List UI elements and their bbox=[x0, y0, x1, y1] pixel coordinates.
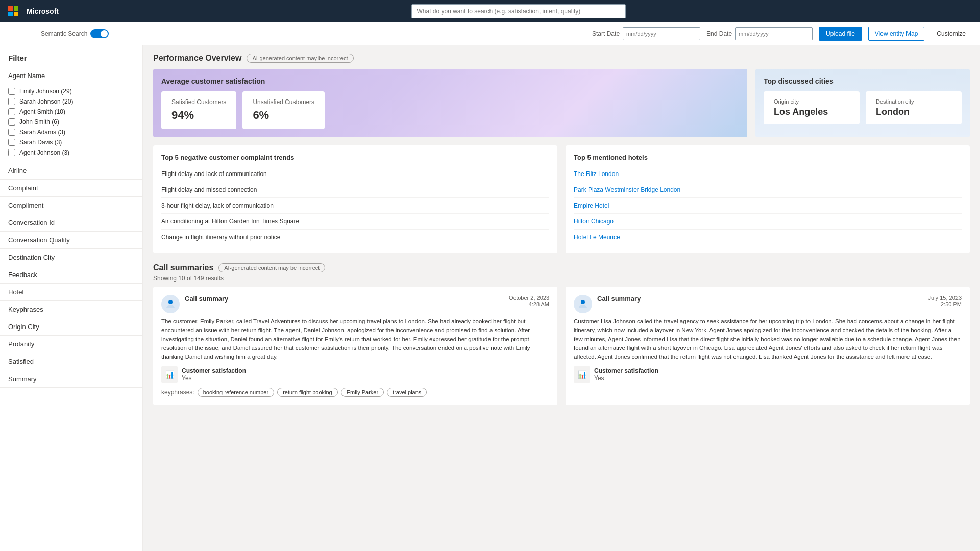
filter-section-header[interactable]: Complaint bbox=[0, 180, 142, 196]
summary-date: October 2, 20234:28 AM bbox=[509, 295, 549, 307]
filter-label: Summary bbox=[8, 375, 37, 383]
cities-card: Top discussed cities Origin city Los Ang… bbox=[755, 69, 970, 137]
complaint-item: Flight delay and missed connection bbox=[161, 182, 549, 198]
agent-name: Agent Smith (10) bbox=[19, 108, 65, 115]
agent-item: Sarah Johnson (20) bbox=[8, 96, 134, 107]
agent-name: Emily Johnson (29) bbox=[19, 88, 72, 95]
csat-value: Yes bbox=[182, 374, 246, 382]
filter-section-header[interactable]: Satisfied bbox=[0, 353, 142, 370]
satisfaction-boxes: Satisfied Customers 94% Unsatisfied Cust… bbox=[161, 91, 739, 129]
end-date-input[interactable] bbox=[735, 27, 813, 40]
end-date-label: End Date bbox=[706, 30, 732, 37]
sidebar: Filter Agent Name Emily Johnson (29)Sara… bbox=[0, 45, 143, 551]
customize-button[interactable]: Customize bbox=[930, 27, 972, 41]
summary-body: The customer, Emily Parker, called Trave… bbox=[161, 317, 549, 361]
unsatisfied-label: Unsatisfied Customers bbox=[253, 98, 314, 106]
filter-section-origin-city: Origin City bbox=[0, 318, 142, 336]
keyphrase-tag[interactable]: booking reference number bbox=[198, 388, 274, 397]
filter-section-header[interactable]: Compliment bbox=[0, 197, 142, 214]
agent-checkbox[interactable] bbox=[8, 108, 15, 115]
brand-name: Microsoft bbox=[27, 7, 59, 15]
csat-label: Customer satisfaction bbox=[594, 367, 658, 374]
satisfied-value: 94% bbox=[172, 109, 226, 122]
agent-name: Sarah Adams (3) bbox=[19, 129, 65, 136]
hotel-link[interactable]: The Ritz London bbox=[574, 170, 619, 178]
filter-label: Compliment bbox=[8, 202, 43, 209]
hotel-link[interactable]: Hotel Le Meurice bbox=[574, 234, 620, 241]
summaries-title: Call summaries bbox=[153, 263, 213, 272]
csat-info: Customer satisfaction Yes bbox=[594, 367, 658, 382]
filter-label: Conversation Id bbox=[8, 219, 55, 227]
summary-title: Call summary bbox=[185, 295, 504, 303]
agent-item: Sarah Adams (3) bbox=[8, 127, 134, 137]
filter-section-header[interactable]: Origin City bbox=[0, 318, 142, 335]
csat-label: Customer satisfaction bbox=[182, 367, 246, 374]
agent-checkbox[interactable] bbox=[8, 88, 15, 95]
bottom-row: Top 5 negative customer complaint trends… bbox=[153, 145, 970, 253]
filter-label: Origin City bbox=[8, 323, 39, 331]
filter-section-header[interactable]: Conversation Id bbox=[0, 214, 142, 231]
destination-city-box: Destination city London bbox=[866, 91, 962, 124]
filter-label: Satisfied bbox=[8, 358, 34, 365]
controls-bar: Semantic Search Start Date End Date Uplo… bbox=[0, 22, 980, 45]
filter-section-hotel: Hotel bbox=[0, 284, 142, 301]
summary-top: Call summary October 2, 20234:28 AM bbox=[161, 295, 549, 313]
semantic-toggle-switch[interactable] bbox=[90, 29, 109, 38]
destination-city-label: Destination city bbox=[876, 98, 951, 105]
hotel-link[interactable]: Park Plaza Westminster Bridge London bbox=[574, 186, 680, 193]
filter-section-header[interactable]: Conversation Quality bbox=[0, 232, 142, 248]
agent-item: Agent Johnson (3) bbox=[8, 147, 134, 158]
origin-city-label: Origin city bbox=[774, 98, 849, 105]
keyphrase-tag[interactable]: return flight booking bbox=[277, 388, 338, 397]
agent-checkbox[interactable] bbox=[8, 98, 15, 105]
agent-list: Emily Johnson (29)Sarah Johnson (20)Agen… bbox=[0, 84, 142, 162]
csat-icon: 📊 bbox=[161, 366, 178, 383]
keyphrase-tag[interactable]: Emily Parker bbox=[341, 388, 384, 397]
complaint-item: Air conditioning at Hilton Garden Inn Ti… bbox=[161, 214, 549, 230]
filter-section-summary: Summary bbox=[0, 370, 142, 388]
start-date-input[interactable] bbox=[623, 27, 700, 40]
filter-section-conversation-quality: Conversation Quality bbox=[0, 232, 142, 249]
semantic-search-label: Semantic Search bbox=[41, 30, 87, 37]
filter-section-header[interactable]: Profanity bbox=[0, 336, 142, 353]
view-entity-map-button[interactable]: View entity Map bbox=[868, 27, 925, 41]
filter-section-header[interactable]: Airline bbox=[0, 162, 142, 179]
filter-section-header[interactable]: Destination City bbox=[0, 249, 142, 266]
upload-file-button[interactable]: Upload file bbox=[819, 27, 862, 41]
performance-title: Performance Overview bbox=[153, 54, 241, 63]
agent-checkbox[interactable] bbox=[8, 118, 15, 126]
filter-section-header[interactable]: Keyphrases bbox=[0, 301, 142, 318]
hotel-link[interactable]: Hilton Chicago bbox=[574, 218, 614, 225]
svg-point-1 bbox=[581, 300, 585, 304]
semantic-search-toggle-group: Semantic Search bbox=[41, 29, 109, 38]
origin-city-value: Los Angeles bbox=[774, 107, 849, 117]
complaint-item: 3-hour flight delay, lack of communicati… bbox=[161, 198, 549, 214]
city-boxes: Origin city Los Angeles Destination city… bbox=[764, 91, 962, 124]
filter-section-header[interactable]: Feedback bbox=[0, 266, 142, 283]
hotel-item: Park Plaza Westminster Bridge London bbox=[574, 182, 962, 198]
agent-checkbox[interactable] bbox=[8, 129, 15, 136]
hotel-link[interactable]: Empire Hotel bbox=[574, 202, 609, 209]
destination-city-value: London bbox=[876, 107, 951, 117]
hotel-item: Hilton Chicago bbox=[574, 214, 962, 230]
filter-section-header[interactable]: Summary bbox=[0, 370, 142, 387]
agent-name: Agent Johnson (3) bbox=[19, 149, 69, 156]
filter-section-feedback: Feedback bbox=[0, 266, 142, 284]
hotels-title: Top 5 mentioned hotels bbox=[574, 154, 962, 161]
agent-item: Sarah Davis (3) bbox=[8, 137, 134, 147]
filter-label: Complaint bbox=[8, 184, 38, 192]
agent-checkbox[interactable] bbox=[8, 139, 15, 146]
filter-section-header-agent-name[interactable]: Agent Name bbox=[0, 67, 142, 84]
satisfied-box: Satisfied Customers 94% bbox=[161, 91, 236, 129]
keyphrase-tag[interactable]: travel plans bbox=[387, 388, 427, 397]
agent-checkbox[interactable] bbox=[8, 149, 15, 156]
summary-date: July 15, 20232:50 PM bbox=[928, 295, 962, 307]
complaint-item: Change in flight itinerary without prior… bbox=[161, 230, 549, 245]
origin-city-box: Origin city Los Angeles bbox=[764, 91, 860, 124]
satisfied-label: Satisfied Customers bbox=[172, 98, 226, 106]
satisfaction-card-title: Average customer satisfaction bbox=[161, 77, 739, 85]
svg-point-0 bbox=[168, 300, 173, 304]
filter-section-header[interactable]: Hotel bbox=[0, 284, 142, 300]
filter-section-conversation-id: Conversation Id bbox=[0, 214, 142, 232]
search-input[interactable] bbox=[411, 4, 626, 18]
